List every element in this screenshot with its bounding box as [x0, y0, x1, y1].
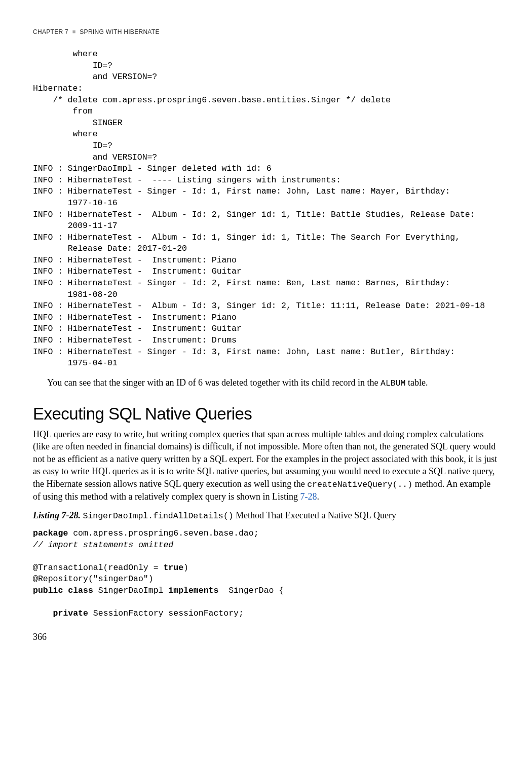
iface: SingerDao { [218, 586, 284, 595]
pkg-name: com.apress.prospring6.seven.base.dao; [68, 528, 258, 538]
anno1-pre: @Transactional(readOnly = [33, 563, 163, 573]
page-number: 366 [33, 631, 499, 643]
import-comment: // import statements omitted [33, 540, 173, 550]
kw-implements: implements [168, 586, 218, 595]
page-header: CHAPTER 7 ■ SPRING WITH HIBERNATE [33, 28, 499, 36]
kw-package: package [33, 528, 68, 538]
para1-post: table. [406, 377, 428, 388]
para1-pre: You can see that the singer with an ID o… [47, 377, 381, 388]
listing-label: Listing 7-28. [33, 510, 81, 520]
section-intro-paragraph: HQL queries are easy to write, but writi… [33, 428, 499, 503]
para1-code: ALBUM [381, 378, 406, 388]
para2-code1: createNativeQuery(..) [307, 480, 412, 489]
anno2: @Repository("singerDao") [33, 574, 154, 584]
anno1-post: ) [183, 563, 188, 573]
kw-public-class: public class [33, 586, 93, 595]
listing-caption: Listing 7-28. SingerDaoImpl.findAllDetai… [33, 509, 499, 522]
console-output: where ID=? and VERSION=? Hibernate: /* d… [33, 49, 499, 369]
header-separator: ■ [72, 28, 76, 35]
listing-rest: Method That Executed a Native SQL Query [234, 510, 396, 520]
chapter-label: CHAPTER 7 [33, 28, 68, 35]
section-heading: Executing SQL Native Queries [33, 405, 499, 423]
listing-method: SingerDaoImpl.findAllDetails() [83, 511, 234, 521]
paragraph-after-output: You can see that the singer with an ID o… [33, 376, 499, 390]
para2-t3: . [317, 491, 319, 502]
field-decl: SessionFactory sessionFactory; [88, 609, 244, 618]
code-listing: package com.apress.prospring6.seven.base… [33, 528, 499, 620]
kw-private: private [53, 609, 88, 618]
kw-true: true [163, 563, 183, 573]
listing-ref-link[interactable]: 7-28 [300, 491, 317, 502]
class-name: SingerDaoImpl [93, 586, 169, 595]
chapter-title: SPRING WITH HIBERNATE [80, 28, 159, 35]
